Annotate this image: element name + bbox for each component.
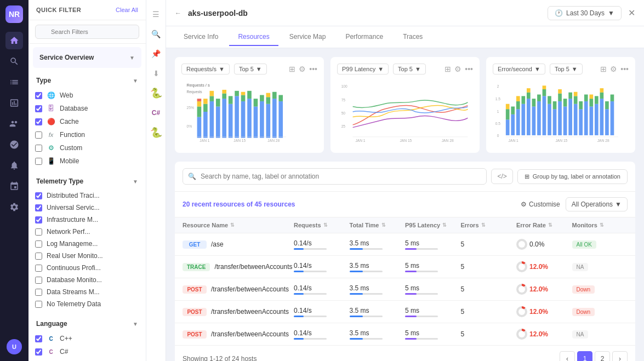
filter-telemetry-dbmon-checkbox[interactable] — [35, 277, 42, 284]
error-metric-dropdown[interactable]: Error/second ▼ — [493, 64, 545, 75]
filter-telemetry-distributed[interactable]: Distributed Traci... — [35, 190, 139, 202]
filter-telemetry-network[interactable]: Network Perf... — [35, 226, 139, 238]
latency-top5-dropdown[interactable]: Top 5 ▼ — [393, 64, 426, 75]
tab-service-info[interactable]: Service Info — [175, 28, 227, 46]
error-more-icon[interactable]: ••• — [620, 65, 629, 73]
filter-type-cache[interactable]: 🔴 Cache — [35, 115, 139, 128]
next-page-button[interactable]: › — [612, 351, 628, 361]
latency-metric-dropdown[interactable]: P99 Latency ▼ — [337, 64, 389, 75]
resources-search-input[interactable] — [183, 168, 487, 185]
table-row[interactable]: TRACE /transfer/betweenAccounts 0.14/s 3… — [175, 256, 635, 278]
tab-performance[interactable]: Performance — [337, 28, 392, 46]
service-overview-header[interactable]: Service Overview ▼ — [33, 49, 141, 66]
filter-type-function-checkbox[interactable] — [35, 131, 42, 139]
latency-filter-icon[interactable]: ⚙ — [454, 65, 461, 73]
tab-resources[interactable]: Resources — [229, 28, 278, 46]
nav-search[interactable] — [5, 53, 23, 70]
error-filter-icon[interactable]: ⚙ — [610, 65, 617, 73]
filter-lang-cpp[interactable]: C C++ — [35, 332, 139, 345]
filter-telemetry-dbmon[interactable]: Database Monito... — [35, 274, 139, 286]
page-2-button[interactable]: 2 — [595, 351, 610, 361]
nav-home[interactable] — [5, 32, 23, 49]
th-monitors[interactable]: Monitors ⇅ — [572, 222, 628, 228]
filter-telemetry-universal-checkbox[interactable] — [35, 204, 42, 211]
filter-type-web[interactable]: 🌐 Web — [35, 89, 139, 102]
nav-alert[interactable] — [5, 157, 23, 174]
filter-telemetry-distributed-checkbox[interactable] — [35, 192, 42, 199]
code-button[interactable]: </> — [491, 169, 512, 184]
filter-type-cache-checkbox[interactable] — [35, 118, 42, 125]
filter-telemetry-none-checkbox[interactable] — [35, 301, 42, 308]
table-row[interactable]: POST /transfer/betweenAccounts 0.14/s 3.… — [175, 323, 635, 346]
vertical-search-icon[interactable]: 🔍 — [149, 26, 164, 42]
filter-type-function[interactable]: fx Function — [35, 128, 139, 141]
filter-telemetry-infrastructure[interactable]: Infrastructure M... — [35, 214, 139, 226]
filter-telemetry-datastreams[interactable]: Data Streams M... — [35, 286, 139, 298]
filter-telemetry-none[interactable]: No Telemetry Data — [35, 298, 139, 310]
vertical-pin-icon[interactable]: 📌 — [149, 46, 164, 61]
th-total-time[interactable]: Total Time ⇅ — [350, 222, 406, 228]
filter-lang-cs-checkbox[interactable] — [35, 348, 42, 356]
tab-service-map[interactable]: Service Map — [281, 28, 335, 46]
table-row[interactable]: GET /ase 0.14/s 3.5 ms 5 ms — [175, 233, 635, 256]
search-filter-input[interactable] — [35, 25, 139, 39]
telemetry-section-header[interactable]: Telemetry Type ▼ — [29, 172, 146, 188]
table-row[interactable]: POST /transfer/betweenAccounts 0.14/s 3.… — [175, 301, 635, 323]
filter-telemetry-rum-checkbox[interactable] — [35, 253, 42, 260]
clear-all-button[interactable]: Clear All — [116, 7, 138, 13]
latency-expand-icon[interactable]: ⊞ — [444, 65, 451, 73]
filter-icon[interactable]: ⚙ — [299, 65, 306, 73]
error-top5-dropdown[interactable]: Top 5 ▼ — [550, 64, 583, 75]
more-icon[interactable]: ••• — [309, 65, 317, 73]
all-operations-dropdown[interactable]: All Operations ▼ — [566, 197, 628, 211]
nav-settings[interactable] — [5, 136, 23, 153]
filter-telemetry-universal[interactable]: Universal Servic... — [35, 202, 139, 214]
filter-type-mobile[interactable]: 📱 Mobile — [35, 154, 139, 168]
filter-lang-cpp-checkbox[interactable] — [35, 335, 42, 342]
customise-button[interactable]: ⚙ Customise — [521, 200, 560, 208]
th-p95[interactable]: P95 Latency ⇅ — [405, 222, 461, 228]
date-range-picker[interactable]: 🕐 Last 30 Days ▼ — [548, 6, 622, 20]
filter-telemetry-infrastructure-checkbox[interactable] — [35, 216, 42, 224]
th-errors[interactable]: Errors ⇅ — [461, 222, 517, 228]
latency-more-icon[interactable]: ••• — [465, 65, 473, 73]
filter-telemetry-rum[interactable]: Real User Monito... — [35, 250, 139, 262]
prev-page-button[interactable]: ‹ — [560, 351, 575, 361]
vertical-python2-icon[interactable]: 🐍 — [149, 125, 164, 140]
filter-type-mobile-checkbox[interactable] — [35, 158, 42, 165]
filter-telemetry-datastreams-checkbox[interactable] — [35, 289, 42, 296]
nav-users[interactable] — [5, 115, 23, 133]
tab-traces[interactable]: Traces — [394, 28, 431, 46]
group-by-button[interactable]: ⊞ Group by tag, label or annotation — [517, 169, 628, 184]
nav-integration[interactable] — [5, 177, 23, 195]
table-row[interactable]: POST /transfer/betweenAccounts 0.14/s 3.… — [175, 278, 635, 301]
nav-chart[interactable] — [5, 94, 23, 112]
vertical-csharp2-icon[interactable]: C# — [149, 105, 164, 121]
filter-type-database-checkbox[interactable] — [35, 105, 42, 112]
filter-type-custom[interactable]: ⚙ Custom — [35, 141, 139, 154]
nav-user-avatar[interactable]: U — [5, 338, 23, 356]
error-expand-icon[interactable]: ⊞ — [600, 65, 607, 73]
nav-list[interactable] — [5, 73, 23, 91]
th-error-rate[interactable]: Error Rate ⇅ — [516, 222, 572, 228]
filter-lang-cs[interactable]: C C# — [35, 345, 139, 358]
filter-lang-java[interactable]: ☕ Java — [35, 358, 139, 361]
filter-telemetry-continuous[interactable]: Continuous Profi... — [35, 262, 139, 274]
requests-metric-dropdown[interactable]: Requests/s ▼ — [181, 64, 230, 75]
filter-type-web-checkbox[interactable] — [35, 92, 42, 99]
back-button[interactable]: ← — [175, 9, 181, 17]
page-1-button[interactable]: 1 — [577, 351, 592, 361]
requests-top5-dropdown[interactable]: Top 5 ▼ — [234, 64, 267, 75]
filter-telemetry-log-checkbox[interactable] — [35, 240, 42, 248]
filter-telemetry-log[interactable]: Log Manageme... — [35, 238, 139, 250]
nav-config[interactable] — [5, 198, 23, 216]
expand-icon[interactable]: ⊞ — [289, 65, 295, 73]
close-button[interactable]: ✕ — [628, 8, 635, 18]
vertical-hamburger-icon[interactable]: ☰ — [149, 7, 164, 22]
th-resource-name[interactable]: Resource Name ⇅ — [183, 222, 294, 228]
filter-type-database[interactable]: 🗄 Database — [35, 102, 139, 115]
vertical-python-icon[interactable]: 🐍 — [149, 85, 164, 101]
th-requests[interactable]: Requests ⇅ — [294, 222, 350, 228]
type-section-header[interactable]: Type ▼ — [29, 71, 146, 88]
filter-telemetry-network-checkbox[interactable] — [35, 228, 42, 236]
